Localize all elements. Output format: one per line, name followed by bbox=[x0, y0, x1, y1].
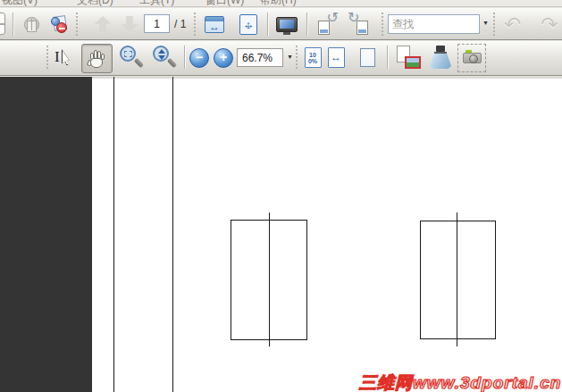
drawing-centerline bbox=[457, 213, 457, 346]
main-toolbar: / 1 ↔ ↔ ↕ ↺ ↻ ▼ ↶ ↷ bbox=[0, 8, 562, 40]
magnifier-dynamic-icon bbox=[150, 44, 180, 71]
rotate-right-icon: ↻ bbox=[347, 12, 372, 37]
marquee-zoom-button[interactable] bbox=[117, 45, 147, 70]
forward-arrow-icon: ↷ bbox=[541, 14, 558, 34]
fit-width-page-icon: ↔ bbox=[328, 47, 345, 68]
find-dropdown-icon[interactable]: ▼ bbox=[482, 20, 489, 26]
snapshot-button bbox=[457, 44, 486, 72]
actual-size-button[interactable]: 100% bbox=[300, 45, 325, 70]
separator bbox=[296, 46, 298, 69]
drawing-rectangle bbox=[420, 221, 496, 339]
separator bbox=[493, 13, 496, 36]
hand-tool-button[interactable] bbox=[81, 44, 113, 73]
previous-page-button bbox=[90, 12, 115, 37]
view-toolbar: I − + ▼ 100% ↔ bbox=[0, 41, 562, 76]
menu-bar: 视图(V) 文档(D) 工具(T) 窗口(W) 帮助(H) bbox=[0, 0, 562, 7]
rotate-counterclockwise-button[interactable]: ↺ bbox=[315, 12, 340, 37]
next-view-button: ↷ bbox=[537, 12, 562, 37]
separator bbox=[267, 13, 269, 36]
drawing-vertical-line bbox=[172, 77, 173, 392]
zoom-in-button[interactable]: + bbox=[214, 48, 233, 68]
zoom-level-input[interactable] bbox=[237, 48, 283, 67]
actual-size-icon: 100% bbox=[305, 47, 322, 68]
separator bbox=[382, 13, 384, 36]
collaborate-button[interactable] bbox=[46, 12, 71, 37]
globe-page-icon bbox=[24, 17, 39, 32]
separator bbox=[184, 46, 186, 69]
dynamic-zoom-button[interactable] bbox=[150, 45, 180, 70]
separator bbox=[13, 13, 14, 36]
separator bbox=[76, 13, 79, 36]
ink-bottle-icon bbox=[426, 44, 455, 71]
fit-width-icon: ↔ bbox=[205, 16, 224, 33]
document-page[interactable]: 三维网www.3dportal.cn bbox=[0, 77, 562, 392]
picture-tasks-icon bbox=[394, 44, 423, 71]
previous-view-button: ↶ bbox=[500, 12, 525, 37]
back-arrow-icon: ↶ bbox=[504, 14, 521, 34]
separator bbox=[194, 13, 197, 36]
scroll-fit-width-button[interactable]: ↔ bbox=[202, 12, 227, 37]
separator bbox=[306, 13, 308, 36]
rotate-left-icon: ↺ bbox=[315, 12, 340, 37]
drawing-vertical-line bbox=[113, 77, 114, 392]
fit-page-blank-icon bbox=[360, 48, 375, 67]
drawing-centerline bbox=[269, 213, 270, 346]
camera-icon bbox=[463, 53, 482, 63]
next-page-button bbox=[117, 12, 142, 37]
web-capture-button bbox=[19, 12, 44, 37]
scroll-fit-page-button[interactable]: ↔ ↕ bbox=[236, 12, 261, 37]
menu-item-view[interactable]: 视图(V) bbox=[2, 0, 38, 6]
picture-tasks-button[interactable] bbox=[394, 45, 423, 70]
zoom-out-button[interactable]: − bbox=[189, 48, 209, 68]
page-number-input[interactable] bbox=[144, 14, 170, 33]
arrow-down-icon bbox=[122, 16, 138, 32]
zoom-dropdown-icon[interactable]: ▼ bbox=[287, 54, 293, 60]
arrow-up-icon bbox=[95, 16, 112, 32]
fullscreen-button[interactable] bbox=[274, 12, 299, 37]
fit-page-button[interactable] bbox=[355, 45, 380, 70]
page-total-label: / 1 bbox=[174, 18, 186, 30]
monitor-icon bbox=[276, 17, 298, 32]
select-cursor-icon: I bbox=[55, 47, 74, 67]
clipped-toolbar-button[interactable] bbox=[0, 13, 5, 35]
hand-icon bbox=[88, 50, 106, 68]
collaborate-icon bbox=[47, 13, 69, 35]
watermark-text: 三维网www.3dportal.cn bbox=[359, 371, 561, 392]
select-tool-button[interactable]: I bbox=[52, 45, 77, 70]
fit-width-button[interactable]: ↔ bbox=[323, 45, 348, 70]
menu-item-tools[interactable]: 工具(T) bbox=[139, 0, 174, 6]
find-input[interactable] bbox=[388, 14, 480, 34]
separator bbox=[387, 46, 389, 69]
menu-item-document[interactable]: 文档(D) bbox=[77, 0, 113, 6]
separator bbox=[46, 46, 49, 69]
rotate-clockwise-button[interactable]: ↻ bbox=[347, 12, 372, 37]
magnifier-marquee-icon bbox=[117, 44, 147, 71]
background-pane bbox=[0, 77, 92, 392]
ink-bottle-button[interactable] bbox=[426, 45, 455, 70]
fit-page-icon: ↔ ↕ bbox=[239, 14, 257, 35]
menu-item-window[interactable]: 窗口(W) bbox=[206, 0, 244, 6]
menu-item-help[interactable]: 帮助(H) bbox=[260, 0, 297, 6]
